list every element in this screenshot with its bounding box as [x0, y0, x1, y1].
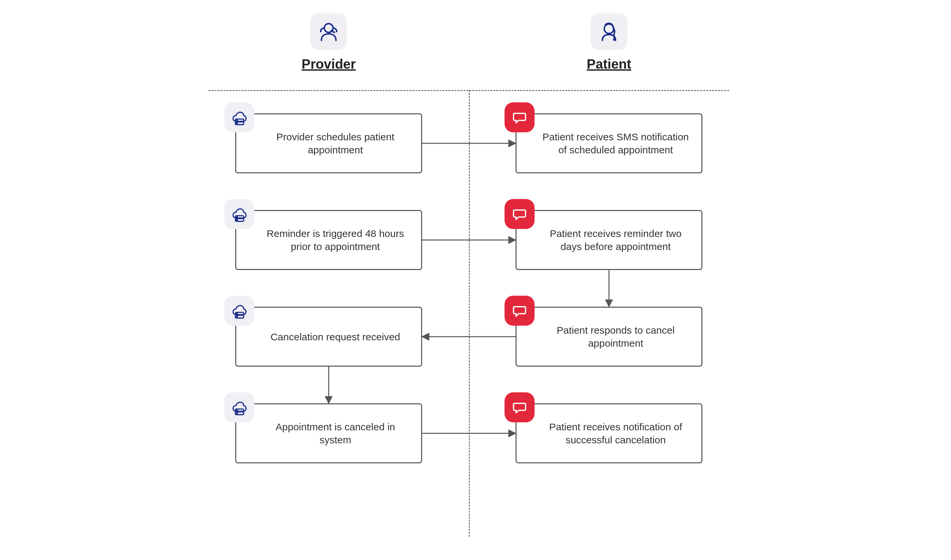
svg-point-12: [236, 120, 238, 121]
provider-icon: [310, 13, 347, 50]
svg-point-21: [236, 316, 238, 317]
column-header-provider: Provider: [228, 13, 429, 72]
node-text: Appointment is canceled in system: [259, 420, 411, 446]
patient-icon: [591, 13, 627, 50]
node-patient-sms: Patient receives SMS notification of sch…: [516, 113, 702, 173]
svg-point-3: [613, 38, 615, 41]
chat-icon: [505, 102, 534, 132]
server-icon: [224, 102, 254, 132]
node-text: Patient receives reminder two days befor…: [540, 227, 692, 253]
svg-point-13: [236, 123, 238, 124]
server-icon: [224, 199, 254, 229]
column-label-patient: Patient: [509, 57, 709, 72]
node-provider-schedules: Provider schedules patient appointment: [235, 113, 422, 173]
node-patient-reminder: Patient receives reminder two days befor…: [516, 210, 702, 270]
node-text: Patient receives notification of success…: [540, 420, 692, 446]
svg-point-17: [236, 219, 238, 220]
svg-point-20: [236, 313, 238, 314]
node-text: Patient responds to cancel appointment: [540, 324, 692, 350]
column-header-patient: Patient: [509, 13, 709, 72]
svg-point-24: [236, 410, 238, 411]
svg-point-25: [236, 413, 238, 414]
column-label-provider: Provider: [228, 57, 429, 72]
node-text: Provider schedules patient appointment: [259, 130, 411, 156]
arrows-layer: [175, 13, 776, 547]
chat-icon: [505, 199, 534, 229]
node-text: Patient receives SMS notification of sch…: [540, 130, 692, 156]
node-cancelation-received: Cancelation request received: [235, 307, 422, 367]
node-reminder-triggered: Reminder is triggered 48 hours prior to …: [235, 210, 422, 270]
chat-icon: [505, 296, 534, 326]
node-patient-cancel: Patient responds to cancel appointment: [516, 307, 702, 367]
node-patient-confirm: Patient receives notification of success…: [516, 403, 702, 463]
node-text: Reminder is triggered 48 hours prior to …: [259, 227, 411, 253]
server-icon: [224, 392, 254, 422]
vertical-divider: [469, 90, 470, 537]
server-icon: [224, 296, 254, 326]
node-appointment-canceled: Appointment is canceled in system: [235, 403, 422, 463]
svg-point-16: [236, 217, 238, 218]
chat-icon: [505, 392, 534, 422]
swimlane-diagram: Provider Patient: [175, 13, 776, 547]
node-text: Cancelation request received: [271, 330, 400, 343]
